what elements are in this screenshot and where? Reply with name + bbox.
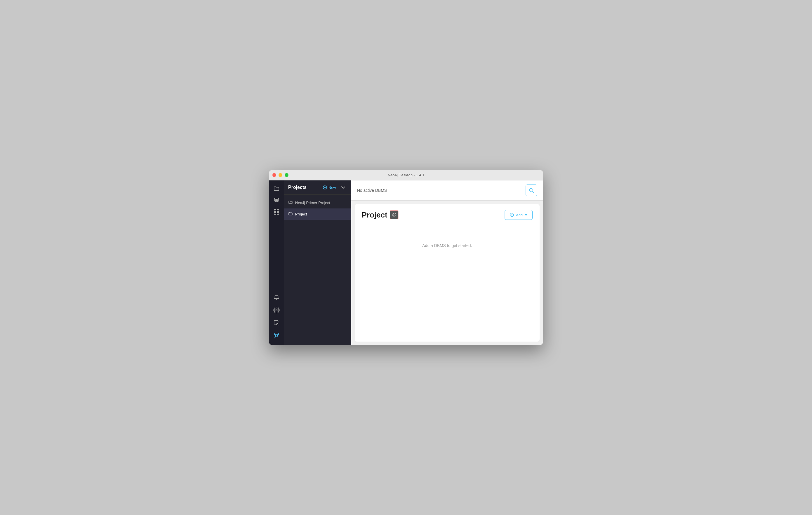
- svg-rect-4: [277, 213, 279, 214]
- svg-line-11: [275, 334, 276, 335]
- close-button[interactable]: [272, 173, 276, 177]
- add-label: Add: [516, 213, 523, 217]
- minimize-button[interactable]: [279, 173, 282, 177]
- svg-point-5: [276, 309, 278, 311]
- titlebar: Neo4j Desktop - 1.4.1: [269, 170, 543, 181]
- file-search-icon[interactable]: [271, 318, 282, 328]
- settings-icon[interactable]: [271, 305, 282, 315]
- svg-line-13: [275, 336, 276, 337]
- svg-point-10: [274, 337, 276, 338]
- svg-rect-1: [274, 210, 276, 211]
- app-window: Neo4j Desktop - 1.4.1: [269, 170, 543, 345]
- sidebar-title: Projects: [288, 185, 307, 190]
- add-dbms-button[interactable]: Add ▼: [504, 210, 532, 220]
- icon-rail: [269, 181, 284, 345]
- svg-rect-2: [277, 210, 279, 211]
- search-button[interactable]: [526, 185, 537, 196]
- projects-dropdown-button[interactable]: [340, 184, 347, 191]
- search-icon: [528, 187, 534, 193]
- plus-circle-icon: [323, 185, 327, 190]
- sidebar-item-label: Project: [295, 212, 307, 216]
- main-content: No active DBMS Project: [351, 181, 543, 345]
- svg-point-9: [278, 333, 279, 334]
- folder-icon-project: [288, 211, 293, 217]
- add-chevron-icon: ▼: [524, 213, 528, 217]
- dbms-bar: No active DBMS: [351, 181, 543, 200]
- folder-icon[interactable]: [271, 183, 282, 194]
- bell-icon[interactable]: [271, 292, 282, 302]
- project-area: Project Add ▼ Add a DBMS to g: [355, 204, 540, 342]
- project-title: Project: [362, 211, 387, 220]
- window-title: Neo4j Desktop - 1.4.1: [388, 173, 424, 177]
- edit-project-button[interactable]: [390, 211, 399, 219]
- project-title-row: Project: [362, 211, 399, 220]
- svg-point-17: [529, 188, 533, 192]
- app-body: Projects New Neo4j Primer Projec: [269, 181, 543, 345]
- sidebar-header: Projects New: [284, 181, 351, 195]
- sidebar-item-label: Neo4j Primer Project: [295, 200, 330, 205]
- svg-rect-3: [274, 213, 276, 214]
- project-header: Project Add ▼: [362, 210, 532, 220]
- sidebar-list: Neo4j Primer Project Project: [284, 195, 351, 222]
- svg-point-8: [274, 333, 276, 334]
- sidebar-actions: New: [321, 184, 347, 191]
- new-project-button[interactable]: New: [321, 184, 338, 191]
- rail-bottom-icons: [271, 292, 282, 342]
- folder-icon-primer: [288, 200, 293, 206]
- svg-point-6: [277, 324, 278, 325]
- empty-state: Add a DBMS to get started.: [362, 226, 532, 265]
- edit-icon: [392, 213, 396, 217]
- neo4j-icon[interactable]: [271, 330, 282, 341]
- maximize-button[interactable]: [285, 173, 288, 177]
- empty-state-text: Add a DBMS to get started.: [422, 243, 472, 248]
- new-label: New: [328, 185, 336, 190]
- database-icon[interactable]: [271, 195, 282, 206]
- sidebar-item-neo4j-primer[interactable]: Neo4j Primer Project: [284, 197, 351, 209]
- plus-icon: [510, 213, 514, 217]
- svg-line-12: [277, 334, 278, 335]
- no-active-dbms-label: No active DBMS: [357, 188, 387, 193]
- svg-line-18: [532, 191, 534, 193]
- sidebar: Projects New Neo4j Primer Projec: [284, 181, 351, 345]
- svg-point-0: [274, 198, 279, 200]
- sidebar-item-project[interactable]: Project: [284, 209, 351, 220]
- apps-icon[interactable]: [271, 207, 282, 217]
- window-controls: [272, 173, 288, 177]
- chevron-down-icon: [341, 185, 345, 189]
